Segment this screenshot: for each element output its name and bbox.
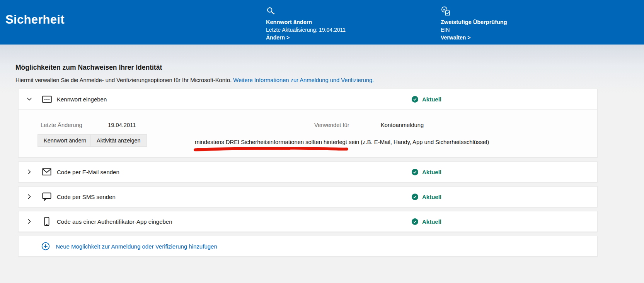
two-step-verification-icon [441,6,507,17]
password-expanded-panel: Letzte Änderung 19.04.2011 Verwendet für… [19,109,597,157]
chevron-right-icon[interactable] [26,218,32,225]
check-circle-icon [412,169,418,175]
sign-in-options-list: Kennwort eingeben Aktuell Letzte Änderun… [18,89,598,261]
status-label: Aktuell [422,96,441,103]
password-icon [42,96,52,103]
option-card-authenticator: Code aus einer Authentifikator-App einge… [18,211,598,232]
status-label: Aktuell [422,194,441,200]
used-for-label: Verwendet für [314,122,349,128]
header-password-card: Kennwort ändern Letzte Aktualisierung: 1… [266,6,346,41]
page-title: Sicherheit [5,13,65,27]
chevron-right-icon[interactable] [26,194,32,200]
used-for-value: Kontoanmeldung [381,122,424,128]
app-header: Sicherheit Kennwort ändern Letzte Aktual… [0,0,644,45]
authenticator-icon [42,217,52,226]
status-label: Aktuell [422,218,441,225]
intro-paragraph: Hiermit verwalten Sie die Anmelde- und V… [15,77,374,83]
sms-icon [42,192,52,201]
email-icon [42,168,52,176]
plus-circle-icon [41,242,51,250]
twostep-manage-link[interactable]: Verwalten > [441,34,507,41]
option-row-sms[interactable]: Code per SMS senden Aktuell [19,187,597,207]
red-marker-underline [193,146,349,154]
main-content: Möglichkeiten zum Nachweisen Ihrer Ident… [0,45,644,283]
check-circle-icon [412,218,418,225]
chevron-down-icon[interactable] [26,96,32,102]
password-card-title: Kennwort ändern [266,18,346,26]
option-label: Code per E-Mail senden [57,169,119,175]
status-badge: Aktuell [412,211,441,232]
intro-text: Hiermit verwalten Sie die Anmelde- und V… [15,77,233,83]
option-card-password: Kennwort eingeben Aktuell Letzte Änderun… [18,89,598,158]
option-row-authenticator[interactable]: Code aus einer Authentifikator-App einge… [19,211,597,232]
option-card-sms: Code per SMS senden Aktuell [18,186,598,207]
check-circle-icon [412,194,418,200]
change-password-button[interactable]: Kennwort ändern [37,134,92,147]
last-change-value: 19.04.2011 [108,122,136,128]
status-badge: Aktuell [412,187,441,207]
more-info-link[interactable]: Weitere Informationen zur Anmeldung und … [233,77,374,83]
twostep-card-title: Zweistufige Überprüfung [441,18,507,26]
option-row-email[interactable]: Code per E-Mail senden Aktuell [19,162,597,182]
last-change-label: Letzte Änderung [41,122,82,128]
add-method-link[interactable]: Neue Möglichkeit zur Anmeldung oder Veri… [56,243,217,250]
status-badge: Aktuell [412,89,441,109]
check-circle-icon [412,96,418,103]
status-label: Aktuell [422,169,441,175]
header-twostep-card: Zweistufige Überprüfung EIN Verwalten > [441,6,507,41]
password-change-link[interactable]: Ändern > [266,34,346,41]
section-heading: Möglichkeiten zum Nachweisen Ihrer Ident… [15,63,162,72]
show-activity-button[interactable]: Aktivität anzeigen [90,134,147,147]
option-label: Code aus einer Authentifikator-App einge… [57,218,172,225]
handwritten-annotation-text: mindestens DREI Sicherheitsinformationen… [195,139,489,145]
option-label: Code per SMS senden [57,194,116,200]
option-card-email: Code per E-Mail senden Aktuell [18,161,598,182]
status-badge: Aktuell [412,162,441,182]
twostep-status: EIN [441,26,507,34]
chevron-right-icon[interactable] [26,169,32,175]
add-method-row[interactable]: Neue Möglichkeit zur Anmeldung oder Veri… [19,236,597,256]
option-label: Kennwort eingeben [57,96,107,103]
password-card-subtitle: Letzte Aktualisierung: 19.04.2011 [266,26,346,34]
add-method-card: Neue Möglichkeit zur Anmeldung oder Veri… [18,236,598,257]
key-icon [266,6,346,17]
option-row-password[interactable]: Kennwort eingeben Aktuell [19,89,597,109]
